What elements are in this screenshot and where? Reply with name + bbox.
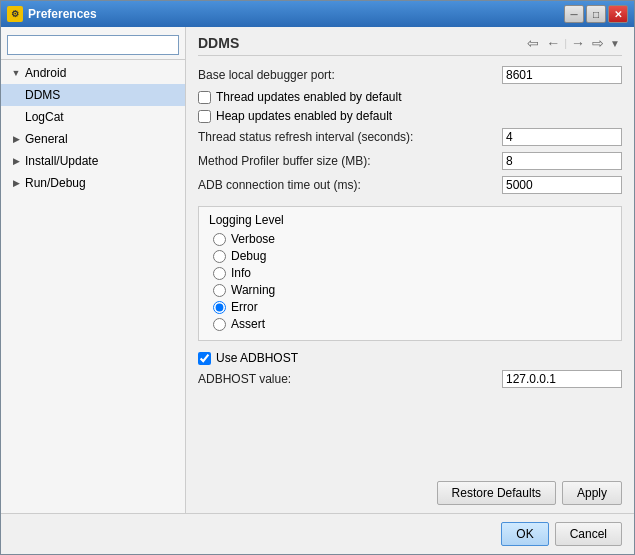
toggle-general-icon: ▶ xyxy=(9,132,23,146)
toggle-run-icon: ▶ xyxy=(9,176,23,190)
radio-error-row: Error xyxy=(209,300,611,314)
thread-updates-row: Thread updates enabled by default xyxy=(198,90,622,104)
base-port-label: Base local debugger port: xyxy=(198,68,502,82)
adbhost-value-row: ADBHOST value: xyxy=(198,370,622,388)
panel-header: DDMS ⇦ ← | → ⇨ ▼ xyxy=(198,35,622,56)
thread-refresh-label: Thread status refresh interval (seconds)… xyxy=(198,130,502,144)
window-title: Preferences xyxy=(28,7,564,21)
radio-info-label: Info xyxy=(231,266,251,280)
preferences-dialog: ⚙ Preferences ─ □ ✕ ▼ Android DDMS LogCa… xyxy=(0,0,635,555)
adb-timeout-row: ADB connection time out (ms): xyxy=(198,176,622,194)
radio-debug[interactable] xyxy=(213,250,226,263)
base-port-row: Base local debugger port: xyxy=(198,66,622,84)
sidebar-item-general[interactable]: ▶ General xyxy=(1,128,185,150)
radio-debug-row: Debug xyxy=(209,249,611,263)
sidebar-item-install-update[interactable]: ▶ Install/Update xyxy=(1,150,185,172)
radio-assert[interactable] xyxy=(213,318,226,331)
use-adbhost-checkbox[interactable] xyxy=(198,352,211,365)
adb-timeout-input[interactable] xyxy=(502,176,622,194)
adbhost-value-input[interactable] xyxy=(502,370,622,388)
nav-next-next-button[interactable]: ⇨ xyxy=(589,35,607,51)
title-buttons: ─ □ ✕ xyxy=(564,5,628,23)
panel-action-buttons: Restore Defaults Apply xyxy=(198,475,622,505)
base-port-input[interactable] xyxy=(502,66,622,84)
method-profiler-input[interactable] xyxy=(502,152,622,170)
title-bar: ⚙ Preferences ─ □ ✕ xyxy=(1,1,634,27)
radio-warning[interactable] xyxy=(213,284,226,297)
sidebar-label-ddms: DDMS xyxy=(25,86,60,104)
nav-prev-prev-button[interactable]: ⇦ xyxy=(524,35,542,51)
toggle-android-icon: ▼ xyxy=(9,66,23,80)
heap-updates-row: Heap updates enabled by default xyxy=(198,109,622,123)
nav-prev-button[interactable]: ← xyxy=(543,35,563,51)
adbhost-value-label: ADBHOST value: xyxy=(198,372,502,386)
nav-buttons: ⇦ ← | → ⇨ ▼ xyxy=(524,35,622,51)
sidebar-label-install-update: Install/Update xyxy=(25,152,98,170)
radio-verbose[interactable] xyxy=(213,233,226,246)
sidebar: ▼ Android DDMS LogCat ▶ General ▶ Instal… xyxy=(1,27,186,513)
sidebar-label-logcat: LogCat xyxy=(25,108,64,126)
close-button[interactable]: ✕ xyxy=(608,5,628,23)
dialog-buttons: OK Cancel xyxy=(1,513,634,554)
app-icon: ⚙ xyxy=(7,6,23,22)
sidebar-item-android[interactable]: ▼ Android xyxy=(1,62,185,84)
ok-button[interactable]: OK xyxy=(501,522,548,546)
method-profiler-label: Method Profiler buffer size (MB): xyxy=(198,154,502,168)
cancel-button[interactable]: Cancel xyxy=(555,522,622,546)
main-panel: DDMS ⇦ ← | → ⇨ ▼ Base local debugger por… xyxy=(186,27,634,513)
maximize-button[interactable]: □ xyxy=(586,5,606,23)
sidebar-item-ddms[interactable]: DDMS xyxy=(1,84,185,106)
dialog-content: ▼ Android DDMS LogCat ▶ General ▶ Instal… xyxy=(1,27,634,513)
nav-next-button[interactable]: → xyxy=(568,35,588,51)
sidebar-item-logcat[interactable]: LogCat xyxy=(1,106,185,128)
search-input[interactable] xyxy=(7,35,179,55)
heap-updates-label: Heap updates enabled by default xyxy=(216,109,392,123)
heap-updates-checkbox[interactable] xyxy=(198,110,211,123)
thread-updates-label: Thread updates enabled by default xyxy=(216,90,401,104)
radio-debug-label: Debug xyxy=(231,249,266,263)
toggle-install-icon: ▶ xyxy=(9,154,23,168)
radio-assert-label: Assert xyxy=(231,317,265,331)
thread-refresh-row: Thread status refresh interval (seconds)… xyxy=(198,128,622,146)
use-adbhost-label: Use ADBHOST xyxy=(216,351,298,365)
thread-refresh-input[interactable] xyxy=(502,128,622,146)
sidebar-label-run-debug: Run/Debug xyxy=(25,174,86,192)
restore-defaults-button[interactable]: Restore Defaults xyxy=(437,481,556,505)
use-adbhost-row: Use ADBHOST xyxy=(198,351,622,365)
radio-info-row: Info xyxy=(209,266,611,280)
radio-error-label: Error xyxy=(231,300,258,314)
apply-button[interactable]: Apply xyxy=(562,481,622,505)
panel-title: DDMS xyxy=(198,35,239,51)
radio-verbose-row: Verbose xyxy=(209,232,611,246)
radio-warning-label: Warning xyxy=(231,283,275,297)
radio-verbose-label: Verbose xyxy=(231,232,275,246)
adb-timeout-label: ADB connection time out (ms): xyxy=(198,178,502,192)
radio-assert-row: Assert xyxy=(209,317,611,331)
sidebar-label-android: Android xyxy=(25,64,66,82)
search-box xyxy=(1,31,185,60)
radio-warning-row: Warning xyxy=(209,283,611,297)
radio-error[interactable] xyxy=(213,301,226,314)
minimize-button[interactable]: ─ xyxy=(564,5,584,23)
logging-level-title: Logging Level xyxy=(209,213,611,227)
logging-level-section: Logging Level Verbose Debug Info Warning xyxy=(198,206,622,341)
sidebar-label-general: General xyxy=(25,130,68,148)
method-profiler-row: Method Profiler buffer size (MB): xyxy=(198,152,622,170)
sidebar-item-run-debug[interactable]: ▶ Run/Debug xyxy=(1,172,185,194)
radio-info[interactable] xyxy=(213,267,226,280)
thread-updates-checkbox[interactable] xyxy=(198,91,211,104)
nav-dropdown-button[interactable]: ▼ xyxy=(608,38,622,49)
